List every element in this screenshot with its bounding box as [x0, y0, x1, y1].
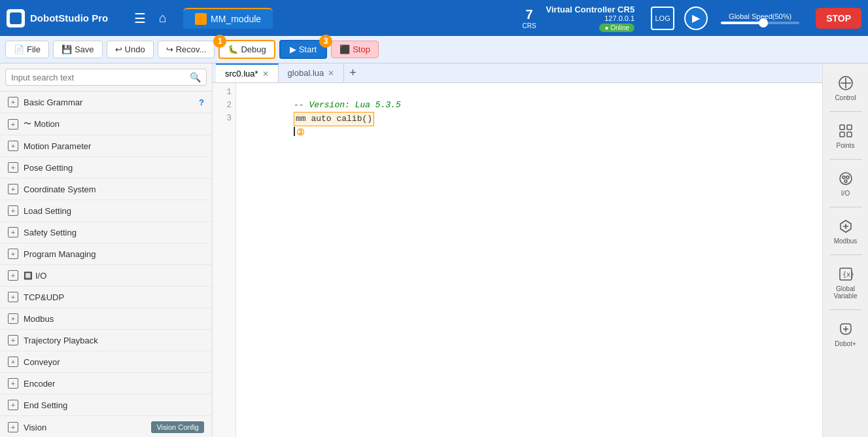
global-variable-icon: {x} [837, 265, 855, 283]
right-panel-control[interactable]: Control [825, 69, 866, 107]
expand-icon: + [8, 162, 18, 173]
search-input[interactable] [11, 73, 190, 82]
code-line-1: -- Version: Lua 5.3.5 [243, 86, 816, 99]
controller-info: Virtual Controller CR5 127.0.0.1 ● Onlin… [546, 5, 635, 32]
sidebar-item-label: Modbus [24, 314, 204, 324]
module-tab-label: MM_module [211, 14, 261, 24]
sidebar-item-encoder[interactable]: + Encoder [0, 373, 212, 394]
tab-src0[interactable]: src0.lua* ✕ [216, 63, 279, 82]
rp-divider-3 [829, 207, 862, 207]
vision-config-button[interactable]: Vision Config [151, 421, 204, 433]
tab-src0-close[interactable]: ✕ [262, 69, 269, 79]
right-panel-global-variable[interactable]: {x} Global Variable [825, 260, 866, 305]
expand-icon: + [8, 270, 18, 281]
hamburger-button[interactable]: ☰ [131, 7, 149, 29]
dobot-plus-icon [837, 320, 855, 338]
io-chip-icon: 🔲 [24, 271, 33, 280]
search-icon: 🔍 [190, 72, 201, 82]
crs-badge: 7 CRS [522, 7, 536, 29]
sidebar-item-basic-grammar[interactable]: + Basic Grammar ? [0, 92, 212, 113]
file-label: File [27, 44, 41, 54]
sidebar-item-tcp-udp[interactable]: + TCP&UDP [0, 287, 212, 308]
io-label: I/O [841, 190, 850, 197]
expand-icon: + [8, 335, 18, 345]
add-tab-button[interactable]: + [344, 66, 362, 80]
record-button[interactable]: ▶ [684, 7, 708, 30]
sidebar-item-trajectory-playback[interactable]: + Trajectory Playback [0, 330, 212, 351]
debug-button[interactable]: 1 🐛 Debug [218, 40, 275, 59]
sidebar-item-io[interactable]: + 🔲 I/O [0, 265, 212, 287]
stop-button[interactable]: STOP [816, 8, 861, 29]
tab-global[interactable]: global.lua ✕ [279, 64, 345, 82]
sidebar: 🔍 + Basic Grammar ? + 〜 Motion + Motion … [0, 63, 213, 437]
right-panel-modbus[interactable]: Modbus [825, 212, 866, 250]
sidebar-item-label: TCP&UDP [24, 292, 204, 302]
sidebar-item-label: Conveyor [24, 357, 204, 367]
stop-tb-label: Stop [353, 44, 370, 54]
sidebar-item-label: Vision [24, 423, 151, 432]
sidebar-item-modbus[interactable]: + Modbus [0, 308, 212, 330]
sidebar-item-safety-setting[interactable]: + Safety Setting [0, 222, 212, 243]
debug-label: Debug [241, 44, 266, 54]
svg-rect-4 [847, 125, 852, 130]
tab-global-label: global.lua [288, 68, 324, 78]
help-icon[interactable]: ? [199, 97, 204, 107]
logo-icon [7, 9, 25, 27]
rp-divider-2 [829, 159, 862, 160]
expand-icon: + [8, 422, 18, 432]
sidebar-item-end-setting[interactable]: + End Setting [0, 394, 212, 416]
right-panel-points[interactable]: Points [825, 116, 866, 154]
sidebar-item-motion-parameter[interactable]: + Motion Parameter [0, 135, 212, 157]
badge-3: 3 [319, 35, 332, 48]
sidebar-item-load-setting[interactable]: + Load Setting [0, 200, 212, 222]
speed-slider[interactable] [721, 22, 799, 24]
sidebar-item-program-managing[interactable]: + Program Managing [0, 243, 212, 265]
svg-rect-6 [847, 132, 852, 137]
recover-button[interactable]: ↪ Recov... [158, 41, 215, 58]
stop-tb-button[interactable]: ⬛ Stop [331, 41, 379, 58]
global-speed-area: Global Speed(50%) [721, 12, 799, 24]
expand-icon: + [8, 313, 18, 324]
controller-ip: 127.0.0.1 [604, 14, 634, 22]
undo-button[interactable]: ↩ Undo [107, 41, 154, 58]
save-icon: 💾 [61, 44, 72, 54]
line-num-3: 3 [213, 112, 232, 125]
save-label: Save [75, 44, 94, 54]
module-tab[interactable]: MM_module [183, 8, 273, 29]
expand-icon: + [8, 184, 18, 194]
svg-point-9 [846, 176, 849, 179]
code-highlighted: mm auto calib() [294, 112, 374, 126]
stop-icon: ⬛ [339, 44, 350, 54]
sidebar-item-motion[interactable]: + 〜 Motion [0, 113, 212, 135]
debug-icon: 🐛 [228, 44, 238, 54]
start-button[interactable]: 3 ▶ Start [279, 40, 327, 59]
control-icon [837, 74, 855, 92]
expand-icon: + [8, 292, 18, 302]
sidebar-item-vision[interactable]: + Vision Vision Config [0, 416, 212, 437]
search-area: 🔍 [0, 63, 212, 92]
sidebar-item-pose-getting[interactable]: + Pose Getting [0, 157, 212, 179]
editor-area: src0.lua* ✕ global.lua ✕ + 1 2 3 -- Vers… [213, 63, 822, 437]
sidebar-item-label: I/O [35, 271, 204, 281]
save-button[interactable]: 💾 Save [53, 41, 103, 58]
code-content[interactable]: -- Version: Lua 5.3.5 mm auto calib() ② [236, 83, 822, 437]
dobot-plus-label: Dobot+ [835, 340, 856, 347]
sidebar-item-label: Basic Grammar [24, 97, 199, 107]
sidebar-item-label: Encoder [24, 379, 204, 389]
tab-src0-label: src0.lua* [225, 69, 258, 79]
sidebar-item-coordinate-system[interactable]: + Coordinate System [0, 179, 212, 200]
line-num-2: 2 [213, 99, 232, 112]
home-button[interactable]: ⌂ [156, 7, 170, 29]
code-editor[interactable]: 1 2 3 -- Version: Lua 5.3.5 mm auto cali… [213, 83, 822, 437]
log-icon[interactable]: LOG [651, 7, 674, 30]
tab-global-close[interactable]: ✕ [328, 69, 334, 78]
sidebar-item-conveyor[interactable]: + Conveyor [0, 351, 212, 373]
expand-icon: + [8, 249, 18, 259]
right-panel-io[interactable]: I/O [825, 164, 866, 202]
svg-rect-5 [840, 132, 844, 137]
start-label: Start [299, 44, 317, 54]
right-panel-dobot-plus[interactable]: Dobot+ [825, 315, 866, 353]
modbus-icon [837, 217, 855, 236]
log-label: LOG [655, 14, 670, 22]
file-button[interactable]: 📄 File [5, 41, 49, 58]
